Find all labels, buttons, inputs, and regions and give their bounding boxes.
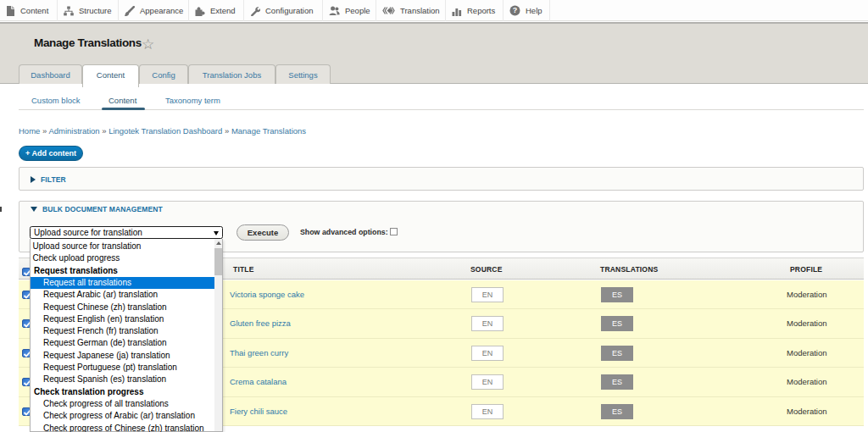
svg-text:?: ? [513, 6, 518, 14]
